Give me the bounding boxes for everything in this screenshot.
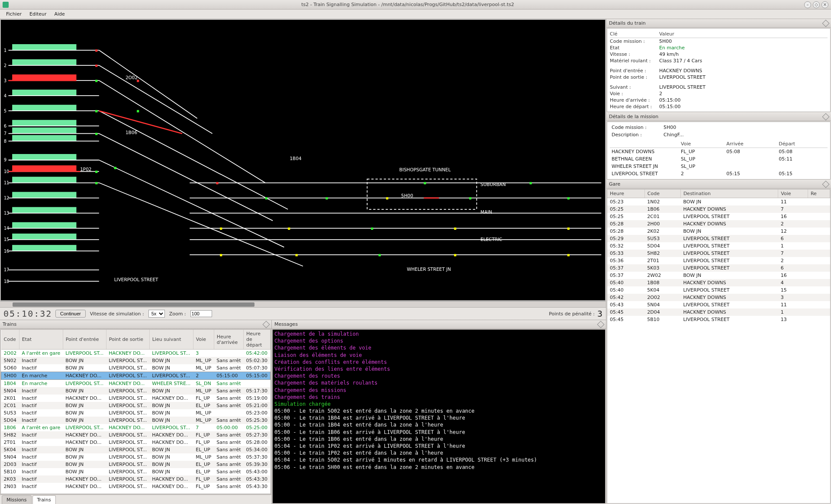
table-row[interactable]: 2C01InactifBOW JNLIVERPOOL ST...BOW JNEL…: [1, 402, 271, 409]
table-row[interactable]: 1B06A l'arrêt en gareLIVERPOOL ST...HACK…: [1, 424, 271, 431]
menu-fichier[interactable]: Fichier: [3, 10, 25, 18]
zoom-label: Zoom :: [169, 311, 186, 317]
svg-text:1B04: 1B04: [290, 156, 301, 161]
table-row[interactable]: 2O02A l'arrêt en gareLIVERPOOL ST...HACK…: [1, 350, 271, 357]
svg-rect-18: [12, 165, 76, 171]
train-details-panel: Détails du train CléValeur Code mission …: [606, 19, 831, 112]
svg-rect-101: [567, 254, 570, 256]
table-row[interactable]: 05:295U53LIVERPOOL STREET6: [607, 235, 830, 242]
table-row[interactable]: 5N04InactifBOW JNLIVERPOOL ST...BOW JNML…: [1, 387, 271, 395]
expand-icon[interactable]: [822, 113, 830, 120]
table-row[interactable]: 2D03InactifBOW JNLIVERPOOL ST...BOW JNEL…: [1, 461, 271, 468]
table-row[interactable]: 5U53InactifBOW JNLIVERPOOL ST...BOW JNML…: [1, 409, 271, 417]
table-row[interactable]: 05:282K02BOW JN12: [607, 228, 830, 235]
table-row[interactable]: 05:435N04LIVERPOOL STREET11: [607, 301, 830, 308]
gare-table[interactable]: HeureCodeDestinationVoieRe 05:231N02BOW …: [607, 189, 830, 323]
svg-rect-94: [371, 228, 373, 230]
svg-rect-85: [265, 197, 267, 199]
table-row[interactable]: 5B10InactifBOW JNLIVERPOOL ST...BOW JNEL…: [1, 468, 271, 475]
window-title: ts2 - Train Signalling Simulation - /mnt…: [11, 2, 804, 7]
menu-aide[interactable]: Aide: [51, 10, 68, 18]
svg-rect-81: [114, 167, 116, 169]
svg-rect-14: [12, 135, 76, 141]
table-row[interactable]: 05:401B08HACKNEY DOWNS4: [607, 279, 830, 286]
table-row[interactable]: 05:422O02HACKNEY DOWNS3: [607, 294, 830, 301]
table-row[interactable]: 05:335H82LIVERPOOL STREET7: [607, 250, 830, 257]
table-row[interactable]: 5H82InactifHACKNEY DO...LIVERPOOL ST...H…: [1, 431, 271, 439]
trains-table[interactable]: CodeEtatPoint d'entréePoint de sortieLie…: [1, 330, 271, 490]
svg-rect-12: [12, 128, 76, 134]
svg-text:5H00: 5H00: [401, 193, 413, 198]
table-row[interactable]: 5K04InactifBOW JNLIVERPOOL ST...BOW JNEL…: [1, 446, 271, 453]
svg-rect-84: [216, 182, 218, 184]
table-row[interactable]: 05:452D04HACKNEY DOWNS1: [607, 308, 830, 316]
sim-speed-select[interactable]: 5x: [148, 310, 165, 318]
table-row[interactable]: 5N04InactifBOW JNLIVERPOOL ST...BOW JNML…: [1, 453, 271, 461]
svg-rect-2: [12, 59, 76, 65]
table-row[interactable]: 5O60InactifBOW JNLIVERPOOL ST...BOW JNML…: [1, 364, 271, 372]
svg-text:MAIN: MAIN: [480, 209, 492, 215]
svg-rect-77: [137, 80, 139, 82]
svg-text:15: 15: [4, 237, 9, 242]
zoom-input[interactable]: [190, 310, 212, 317]
svg-rect-91: [567, 197, 570, 199]
table-row[interactable]: 05:252C01LIVERPOOL STREET16: [607, 213, 830, 220]
svg-text:LIVERPOOL STREET: LIVERPOOL STREET: [114, 277, 158, 282]
svg-text:2: 2: [4, 63, 6, 68]
menu-editeur[interactable]: Editeur: [26, 10, 50, 18]
svg-rect-10: [12, 120, 76, 126]
continue-button[interactable]: Continuer: [55, 310, 86, 318]
table-row[interactable]: 05:375K03LIVERPOOL STREET6: [607, 264, 830, 272]
svg-rect-79: [137, 110, 139, 112]
table-row[interactable]: 2K01InactifHACKNEY DO...LIVERPOOL ST...H…: [1, 395, 271, 402]
track-scrollbar-horizontal[interactable]: [0, 301, 606, 307]
table-row[interactable]: 05:282H00HACKNEY DOWNS2: [607, 220, 830, 228]
svg-rect-92: [220, 228, 222, 230]
table-row[interactable]: 05:372W02BOW JN16: [607, 272, 830, 279]
window-minimize-button[interactable]: –: [804, 1, 811, 8]
svg-rect-28: [12, 234, 76, 240]
svg-text:9: 9: [4, 157, 6, 162]
svg-rect-96: [567, 228, 570, 230]
table-row[interactable]: 05:251B06HACKNEY DOWNS7: [607, 205, 830, 213]
window-maximize-button[interactable]: ◇: [813, 1, 820, 8]
expand-icon[interactable]: [262, 321, 270, 328]
table-row[interactable]: 05:325D04LIVERPOOL STREET1: [607, 242, 830, 250]
svg-rect-95: [454, 228, 456, 230]
table-row[interactable]: 2T01InactifHACKNEY DO...LIVERPOOL ST...H…: [1, 439, 271, 446]
svg-rect-80: [95, 133, 97, 135]
expand-icon[interactable]: [822, 19, 830, 27]
table-row[interactable]: 05:231N02BOW JN11: [607, 198, 830, 206]
svg-text:ELECTRIC: ELECTRIC: [480, 237, 502, 242]
table-row[interactable]: 5N02InactifBOW JNLIVERPOOL ST...BOW JNML…: [1, 357, 271, 364]
svg-rect-76: [95, 80, 97, 82]
table-row[interactable]: 05:455B10LIVERPOOL STREET13: [607, 316, 830, 323]
table-row[interactable]: 1B04En marcheLIVERPOOL ST...HACKNEY DO..…: [1, 380, 271, 388]
penalty-label: Points de pénalité :: [549, 311, 595, 317]
table-row[interactable]: 05:405K04LIVERPOOL STREET15: [607, 286, 830, 294]
table-row[interactable]: 5H00En marcheHACKNEY DO...LIVERPOOL ST..…: [1, 372, 271, 380]
table-row[interactable]: 2K03InactifHACKNEY DO...LIVERPOOL ST...H…: [1, 475, 271, 483]
table-row[interactable]: 05:362T01LIVERPOOL STREET2: [607, 257, 830, 264]
table-row[interactable]: 5D04InactifBOW JNLIVERPOOL ST...BOW JNML…: [1, 417, 271, 424]
mission-details-panel: Détails de la mission Code mission :5H00…: [606, 112, 831, 180]
messages-log[interactable]: Chargement de la simulationChargement de…: [272, 329, 606, 504]
svg-text:4: 4: [4, 93, 6, 98]
svg-rect-82: [95, 171, 97, 173]
svg-text:8: 8: [4, 139, 6, 144]
expand-icon[interactable]: [597, 321, 605, 328]
svg-rect-100: [454, 254, 456, 256]
expand-icon[interactable]: [822, 180, 830, 188]
svg-text:1B06: 1B06: [126, 130, 137, 135]
table-row[interactable]: 2N03InactifHACKNEY DO...LIVERPOOL ST...H…: [1, 483, 271, 490]
svg-text:13: 13: [4, 211, 9, 215]
svg-rect-0: [12, 44, 76, 50]
svg-rect-86: [325, 197, 328, 199]
track-diagram[interactable]: 123456789101112131415161718: [0, 19, 606, 301]
window-close-button[interactable]: ×: [821, 1, 828, 8]
svg-text:10: 10: [4, 169, 9, 174]
tab-trains[interactable]: Trains: [32, 495, 56, 504]
svg-text:BISHOPSGATE TUNNEL: BISHOPSGATE TUNNEL: [399, 167, 451, 172]
tab-missions[interactable]: Missions: [2, 495, 32, 504]
sim-controls: 05:10:32 Continuer Vitesse de simulation…: [0, 307, 606, 320]
